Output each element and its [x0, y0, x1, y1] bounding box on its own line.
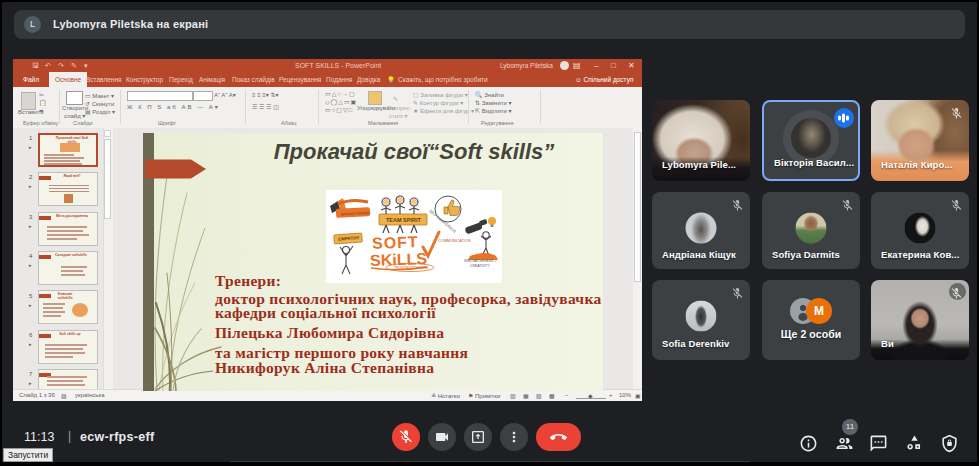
svg-text:SOFT: SOFT — [372, 233, 419, 252]
svg-text:COMMUNICATION: COMMUNICATION — [438, 239, 471, 243]
svg-text:INNOVATIVENESS +: INNOVATIVENESS + — [464, 259, 496, 263]
svg-text:TRUSTWORTHINESS: TRUSTWORTHINESS — [394, 266, 429, 270]
svg-text:TEAM SPIRIT: TEAM SPIRIT — [386, 217, 421, 223]
svg-text:CREATIVITY: CREATIVITY — [470, 264, 490, 268]
